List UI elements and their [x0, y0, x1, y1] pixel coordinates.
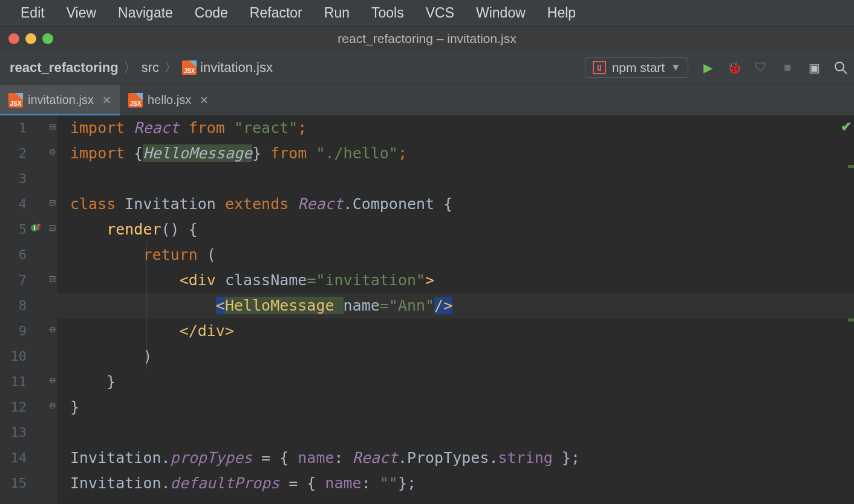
menu-code[interactable]: Code — [184, 5, 239, 21]
minimize-window-icon[interactable] — [25, 33, 36, 44]
tab-label: invitation.jsx — [28, 93, 94, 107]
line-number[interactable]: 12 — [0, 399, 27, 415]
chevron-right-icon: 〉 — [123, 59, 137, 77]
code-line-5: render() { — [70, 217, 198, 242]
code-line-12: } — [70, 395, 79, 420]
line-number[interactable]: 7 — [0, 273, 27, 288]
fold-end-icon[interactable]: ⊖ — [49, 376, 57, 384]
fold-icon[interactable]: ⊖ — [49, 148, 57, 156]
menu-edit[interactable]: Edit — [10, 5, 56, 21]
breadcrumb-folder[interactable]: src — [142, 60, 159, 76]
run-config-label: npm start — [612, 60, 665, 75]
line-number[interactable]: 9 — [0, 323, 27, 338]
menu-help[interactable]: Help — [536, 5, 587, 21]
jsx-file-icon: JSX — [8, 93, 23, 108]
fold-icon[interactable]: ⊟ — [49, 199, 57, 207]
breadcrumb: react_refactoring 〉 src 〉 JSX invitation… — [10, 59, 273, 77]
svg-point-0 — [835, 62, 844, 71]
code-editor[interactable]: 1 2 3 4 5 6 7 8 9 10 11 12 13 14 15 I ⊟ … — [0, 115, 854, 504]
breadcrumb-file[interactable]: invitation.jsx — [200, 60, 273, 76]
tab-label: hello.jsx — [148, 93, 191, 107]
implements-marker-icon[interactable]: I — [30, 222, 42, 234]
line-number[interactable]: 3 — [0, 171, 27, 186]
line-number[interactable]: 8 — [0, 298, 27, 313]
breadcrumb-project[interactable]: react_refactoring — [10, 60, 119, 76]
fold-end-icon[interactable]: ⊖ — [49, 402, 57, 410]
fold-icon[interactable]: ⊟ — [49, 224, 57, 232]
stripe-marker[interactable] — [848, 318, 854, 321]
menu-run[interactable]: Run — [313, 5, 360, 21]
chevron-right-icon: 〉 — [164, 59, 177, 77]
fold-icon[interactable]: ⊟ — [49, 123, 57, 131]
error-stripe: ✔ — [844, 115, 854, 504]
tab-hello-jsx[interactable]: JSX hello.jsx ✕ — [120, 85, 217, 115]
editor-tabs: JSX invitation.jsx ✕ JSX hello.jsx ✕ — [0, 85, 854, 115]
code-line-7: <div className="invitation"> — [70, 268, 434, 293]
line-number[interactable]: 5 — [0, 222, 27, 237]
window-title: react_refactoring – invitation.jsx — [0, 31, 854, 46]
chevron-down-icon: ▼ — [671, 62, 680, 73]
maximize-window-icon[interactable] — [42, 33, 53, 44]
svg-text:I: I — [34, 225, 36, 231]
run-configuration-selector[interactable]: npm start ▼ — [585, 57, 688, 78]
search-button[interactable] — [833, 60, 848, 75]
main-menu-bar: Edit View Navigate Code Refactor Run Too… — [0, 0, 854, 27]
line-number[interactable]: 13 — [0, 425, 27, 440]
line-number[interactable]: 2 — [0, 146, 27, 161]
jsx-file-icon: JSX — [128, 93, 143, 108]
line-number[interactable]: 4 — [0, 196, 27, 212]
code-line-6: return ( — [70, 242, 216, 268]
close-window-icon[interactable] — [8, 33, 19, 44]
window-title-bar: react_refactoring – invitation.jsx — [0, 27, 854, 51]
menu-vcs[interactable]: VCS — [415, 5, 465, 21]
close-tab-icon[interactable]: ✕ — [200, 94, 209, 107]
traffic-lights — [8, 33, 53, 44]
navigation-toolbar: react_refactoring 〉 src 〉 JSX invitation… — [0, 51, 854, 85]
code-line-14: Invitation.propTypes = { name: React.Pro… — [70, 445, 580, 471]
code-area[interactable]: import React from "react"; import {Hello… — [57, 115, 854, 504]
analysis-ok-icon[interactable]: ✔ — [841, 119, 852, 135]
fold-end-icon[interactable]: ⊖ — [49, 326, 57, 334]
stripe-marker[interactable] — [848, 165, 854, 168]
line-number[interactable]: 6 — [0, 247, 27, 262]
line-number[interactable]: 11 — [0, 374, 27, 389]
code-line-9: </div> — [70, 318, 234, 344]
gutter: 1 2 3 4 5 6 7 8 9 10 11 12 13 14 15 I ⊟ … — [0, 115, 57, 504]
menu-view[interactable]: View — [56, 5, 107, 21]
code-line-15: Invitation.defaultProps = { name: ""}; — [70, 471, 416, 496]
menu-navigate[interactable]: Navigate — [107, 5, 184, 21]
fold-icon[interactable]: ⊟ — [49, 275, 57, 283]
npm-icon — [593, 61, 606, 74]
svg-line-1 — [843, 69, 847, 74]
menu-window[interactable]: Window — [465, 5, 536, 21]
line-number[interactable]: 10 — [0, 349, 27, 364]
menu-tools[interactable]: Tools — [360, 5, 415, 21]
profile-button[interactable]: ▣ — [807, 60, 821, 75]
code-line-8: <HelloMessage name="Ann"/> — [70, 293, 452, 318]
debug-button[interactable]: 🐞 — [727, 60, 742, 75]
menu-refactor[interactable]: Refactor — [239, 5, 313, 21]
coverage-button[interactable]: 🛡 — [754, 60, 768, 75]
toolbar-right: npm start ▼ ▶ 🐞 🛡 ■ ▣ — [585, 57, 848, 78]
stop-button: ■ — [780, 60, 795, 75]
code-line-10: ) — [70, 344, 152, 369]
close-tab-icon[interactable]: ✕ — [102, 94, 111, 107]
code-line-11: } — [70, 369, 116, 395]
line-number[interactable]: 14 — [0, 450, 27, 465]
code-line-4: class Invitation extends React.Component… — [70, 192, 452, 217]
code-line-1: import React from "react"; — [70, 115, 307, 141]
tab-invitation-jsx[interactable]: JSX invitation.jsx ✕ — [0, 85, 120, 115]
code-line-2: import {HelloMessage} from "./hello"; — [70, 141, 407, 166]
line-number[interactable]: 15 — [0, 476, 27, 491]
jsx-file-icon: JSX — [182, 60, 197, 75]
run-button[interactable]: ▶ — [700, 60, 715, 75]
line-number[interactable]: 1 — [0, 120, 27, 135]
